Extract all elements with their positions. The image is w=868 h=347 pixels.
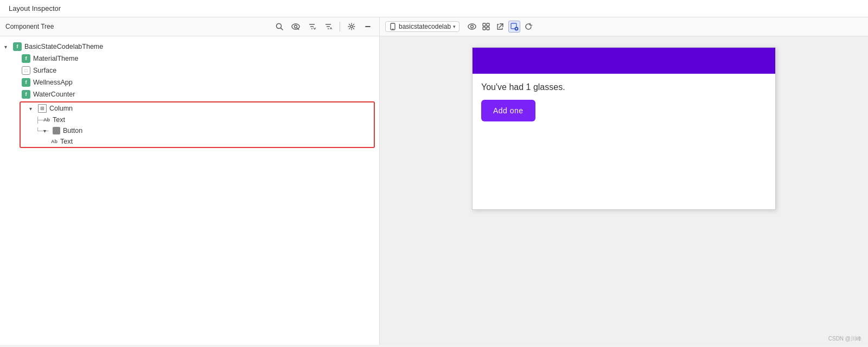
compose-icon-material-theme: f [22, 54, 30, 63]
label-water-counter: WaterCounter [33, 91, 75, 98]
button-icon [53, 127, 60, 134]
device-phone-icon [389, 23, 397, 30]
add-one-label: Add one [493, 106, 524, 115]
svg-point-23 [515, 27, 519, 31]
eye-icon[interactable] [466, 21, 478, 33]
right-toolbar-icons [466, 21, 534, 33]
app-title: Layout Inspector [9, 4, 61, 12]
svg-point-3 [295, 25, 297, 28]
tree-item-surface[interactable]: □ Surface [0, 65, 379, 76]
connector-button: └── [36, 127, 43, 134]
label-text-2: Text [60, 138, 73, 145]
compose-icon-basic-state: f [13, 42, 22, 51]
tree-item-text-1[interactable]: ├── Ab Text [21, 114, 374, 125]
component-tree-toggle-icon[interactable] [480, 21, 492, 33]
label-button: Button [63, 127, 82, 134]
device-frame: You've had 1 glasses. Add one [472, 47, 776, 210]
chevron-device-icon: ▾ [453, 24, 456, 29]
device-selector[interactable]: basicstatecodelab ▾ [385, 21, 459, 32]
compose-icon-water-counter: f [22, 90, 30, 99]
left-toolbar: Component Tree [0, 17, 379, 36]
search-icon[interactable] [273, 21, 285, 33]
glasses-count-text: You've had 1 glasses. [481, 82, 767, 92]
svg-rect-17 [483, 23, 486, 26]
chevron-button: ▾ [43, 128, 51, 134]
right-panel: basicstatecodelab ▾ [380, 17, 868, 345]
left-panel: Component Tree [0, 17, 380, 345]
preview-area: You've had 1 glasses. Add one [380, 36, 868, 345]
chevron-column: ▾ [29, 106, 37, 112]
refresh-icon[interactable] [522, 21, 534, 33]
tree-item-material-theme[interactable]: f MaterialTheme [0, 53, 379, 65]
right-toolbar: basicstatecodelab ▾ [380, 17, 868, 36]
filter-down-icon[interactable] [306, 21, 318, 33]
settings-icon[interactable] [346, 21, 358, 33]
label-column: Column [49, 105, 73, 112]
compose-icon-surface: □ [22, 66, 30, 75]
minus-icon[interactable] [362, 21, 374, 33]
label-text-1: Text [53, 116, 65, 124]
tree-item-text-2[interactable]: Ab Text [21, 136, 374, 147]
watermark-text: CSDN @川峰 [828, 336, 861, 342]
svg-point-11 [350, 25, 353, 28]
toolbar-separator-1 [340, 22, 340, 31]
inspect-refresh-icon[interactable] [508, 21, 520, 33]
label-surface: Surface [33, 67, 56, 74]
svg-line-21 [499, 24, 503, 28]
tree-item-basic-state[interactable]: ▾ f BasicStateCodelabTheme [0, 41, 379, 53]
label-basic-state: BasicStateCodelabTheme [24, 43, 103, 50]
main-layout: Component Tree [0, 17, 868, 345]
external-link-icon[interactable] [494, 21, 506, 33]
tree-item-column[interactable]: ▾ ⊞ Column [21, 102, 374, 114]
connector-text-1: ├── [36, 117, 43, 123]
column-icon: ⊞ [38, 104, 47, 113]
svg-point-2 [292, 24, 299, 29]
tree-item-wellness-app[interactable]: f WellnessApp [0, 76, 379, 88]
title-bar: Layout Inspector [0, 0, 868, 17]
svg-point-16 [471, 25, 474, 28]
device-content: You've had 1 glasses. Add one [473, 74, 775, 130]
filter-up-icon[interactable] [322, 21, 334, 33]
device-name-label: basicstatecodelab [399, 23, 451, 30]
svg-rect-18 [487, 23, 489, 26]
selection-box: ▾ ⊞ Column ├── Ab Text └── ▾ Button [20, 101, 375, 148]
component-tree-label: Component Tree [5, 23, 269, 30]
tree-item-water-counter[interactable]: f WaterCounter [0, 88, 379, 100]
ab-icon-text-1: Ab [43, 117, 50, 123]
svg-rect-19 [483, 27, 486, 30]
svg-rect-20 [487, 27, 489, 30]
eye-filter-icon[interactable] [290, 21, 302, 33]
svg-point-15 [468, 24, 476, 29]
app-top-bar [473, 48, 775, 74]
watermark: CSDN @川峰 [828, 335, 861, 343]
tree-item-button[interactable]: └── ▾ Button [21, 125, 374, 136]
chevron-basic-state: ▾ [4, 44, 12, 50]
add-one-button[interactable]: Add one [481, 100, 535, 121]
label-material-theme: MaterialTheme [33, 55, 78, 62]
svg-line-1 [281, 28, 283, 30]
ab-icon-text-2: Ab [51, 139, 58, 144]
label-wellness-app: WellnessApp [33, 79, 73, 86]
tree-area: ▾ f BasicStateCodelabTheme f MaterialThe… [0, 36, 379, 345]
compose-icon-wellness-app: f [22, 78, 30, 87]
